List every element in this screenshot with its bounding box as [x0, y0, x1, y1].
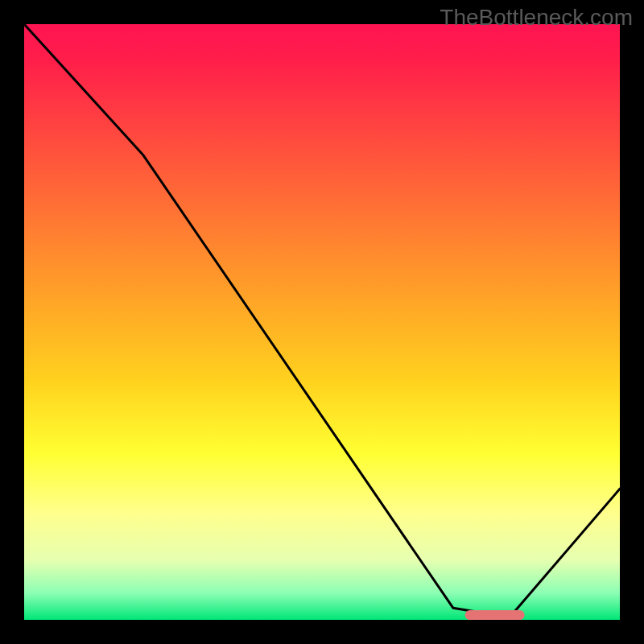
gradient-rect — [24, 24, 620, 620]
chart-svg — [24, 24, 620, 620]
chart-frame: TheBottleneck.com — [0, 0, 644, 644]
plot-area — [24, 24, 620, 620]
optimal-marker — [465, 610, 525, 620]
